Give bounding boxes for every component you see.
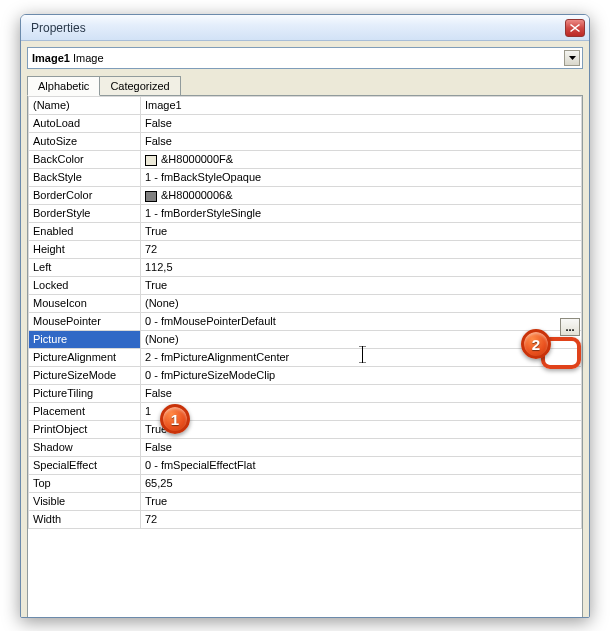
property-value[interactable]: False [141,133,582,151]
object-selector-text: Image1 Image [32,52,564,64]
color-swatch [145,191,157,202]
property-row[interactable]: PictureSizeMode0 - fmPictureSizeModeClip [29,367,582,385]
property-value[interactable]: True [141,421,582,439]
property-row[interactable]: VisibleTrue [29,493,582,511]
property-value[interactable]: 2 - fmPictureAlignmentCenter [141,349,582,367]
client-area: Image1 Image Alphabetic Categorized (Nam… [21,41,589,617]
property-value[interactable]: &H80000006& [141,187,582,205]
tab-categorized[interactable]: Categorized [100,76,180,95]
window-title: Properties [31,21,565,35]
property-name: Width [29,511,141,529]
property-row[interactable]: PrintObjectTrue [29,421,582,439]
property-name: Top [29,475,141,493]
property-value[interactable]: 0 - fmPictureSizeModeClip [141,367,582,385]
property-value[interactable]: 1 - fmBorderStyleSingle [141,205,582,223]
property-name: (Name) [29,97,141,115]
property-row[interactable]: AutoSizeFalse [29,133,582,151]
close-icon [570,24,580,32]
property-row[interactable]: EnabledTrue [29,223,582,241]
property-value[interactable]: 65,25 [141,475,582,493]
picture-browse-button[interactable]: ... [560,318,580,336]
property-row[interactable]: BorderStyle1 - fmBorderStyleSingle [29,205,582,223]
property-name: Height [29,241,141,259]
property-value[interactable]: False [141,439,582,457]
property-row[interactable]: (Name)Image1 [29,97,582,115]
property-name: PictureSizeMode [29,367,141,385]
property-row[interactable]: LockedTrue [29,277,582,295]
property-name: Shadow [29,439,141,457]
property-value[interactable]: (None) [141,295,582,313]
property-name: MouseIcon [29,295,141,313]
property-name: BorderColor [29,187,141,205]
property-value[interactable]: False [141,385,582,403]
property-value[interactable]: True [141,277,582,295]
property-row[interactable]: ShadowFalse [29,439,582,457]
property-row[interactable]: Top65,25 [29,475,582,493]
property-row[interactable]: Placement1 [29,403,582,421]
property-name: AutoLoad [29,115,141,133]
property-value[interactable]: True [141,223,582,241]
titlebar[interactable]: Properties [21,15,589,41]
property-value[interactable]: &H8000000F& [141,151,582,169]
property-name: Locked [29,277,141,295]
property-value[interactable]: 1 [141,403,582,421]
property-value[interactable]: (None) [141,331,582,349]
property-row[interactable]: MouseIcon(None) [29,295,582,313]
property-row[interactable]: Height72 [29,241,582,259]
color-swatch [145,155,157,166]
property-row[interactable]: BorderColor&H80000006& [29,187,582,205]
property-name: AutoSize [29,133,141,151]
property-name: SpecialEffect [29,457,141,475]
property-row[interactable]: Picture(None) [29,331,582,349]
property-value[interactable]: 72 [141,511,582,529]
property-value[interactable]: Image1 [141,97,582,115]
property-row[interactable]: MousePointer0 - fmMousePointerDefault [29,313,582,331]
property-row[interactable]: SpecialEffect0 - fmSpecialEffectFlat [29,457,582,475]
property-row[interactable]: PictureTilingFalse [29,385,582,403]
property-row[interactable]: BackColor&H8000000F& [29,151,582,169]
property-name: Enabled [29,223,141,241]
property-row[interactable]: BackStyle1 - fmBackStyleOpaque [29,169,582,187]
property-row[interactable]: AutoLoadFalse [29,115,582,133]
properties-window: Properties Image1 Image Alphabetic Categ… [20,14,590,618]
property-name: MousePointer [29,313,141,331]
object-selector-button[interactable] [564,50,580,66]
property-row[interactable]: Left112,5 [29,259,582,277]
property-name: PictureTiling [29,385,141,403]
object-selector[interactable]: Image1 Image [27,47,583,69]
property-value[interactable]: 112,5 [141,259,582,277]
property-name: Placement [29,403,141,421]
property-value[interactable]: 1 - fmBackStyleOpaque [141,169,582,187]
chevron-down-icon [569,56,576,60]
property-grid: (Name)Image1AutoLoadFalseAutoSizeFalseBa… [27,95,583,618]
property-name: PictureAlignment [29,349,141,367]
property-name: Visible [29,493,141,511]
property-name: BorderStyle [29,205,141,223]
property-name: Left [29,259,141,277]
property-name: Picture [29,331,141,349]
property-row[interactable]: Width72 [29,511,582,529]
property-value[interactable]: 0 - fmSpecialEffectFlat [141,457,582,475]
property-value[interactable]: 0 - fmMousePointerDefault [141,313,582,331]
property-name: BackStyle [29,169,141,187]
close-button[interactable] [565,19,585,37]
tab-strip: Alphabetic Categorized [27,73,583,95]
property-name: BackColor [29,151,141,169]
property-value[interactable]: 72 [141,241,582,259]
property-value[interactable]: False [141,115,582,133]
property-value[interactable]: True [141,493,582,511]
property-name: PrintObject [29,421,141,439]
tab-alphabetic[interactable]: Alphabetic [27,76,100,96]
property-row[interactable]: PictureAlignment2 - fmPictureAlignmentCe… [29,349,582,367]
